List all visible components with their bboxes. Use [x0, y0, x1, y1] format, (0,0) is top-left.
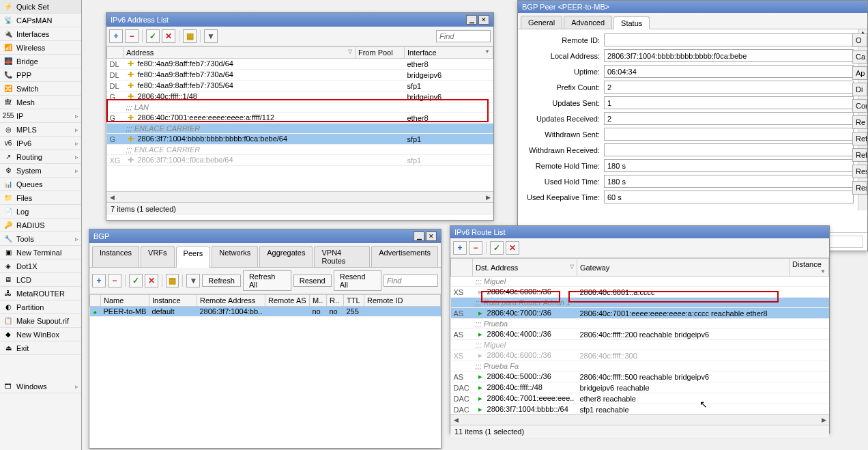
sidebar-item-mesh[interactable]: 🕸Mesh	[0, 96, 81, 109]
field-value[interactable]	[604, 96, 854, 109]
titlebar[interactable]: BGP ▁ ✕	[89, 229, 441, 243]
action-button[interactable]: Ref	[852, 132, 867, 145]
sidebar-item-switch[interactable]: 🔀Switch	[0, 82, 81, 96]
field-value[interactable]	[604, 175, 854, 188]
table-row[interactable]: ;;; Miguel	[451, 277, 829, 287]
col-header[interactable]: TTL	[343, 295, 364, 307]
table-row[interactable]: DAC▸ 2806:40c:ffff::/48bridgeipv6 reacha…	[451, 382, 829, 393]
refresh-all-button[interactable]: Refresh All	[243, 270, 291, 291]
action-button[interactable]: Ca	[852, 50, 867, 64]
tab-general[interactable]: General	[521, 16, 562, 29]
enable-button[interactable]: ✓	[146, 29, 160, 43]
close-button[interactable]: ✕	[478, 15, 489, 25]
action-button[interactable]: Re	[852, 115, 867, 129]
sidebar-item-partition[interactable]: ◐Partition	[0, 300, 81, 314]
sidebar-item-dot1x[interactable]: ◈Dot1X	[0, 259, 81, 273]
col-flag[interactable]	[451, 259, 473, 277]
sidebar-item-bridge[interactable]: 🌉Bridge	[0, 55, 81, 68]
field-value[interactable]	[604, 191, 854, 203]
sidebar-item-interfaces[interactable]: 🔌Interfaces	[0, 27, 81, 41]
sidebar-item-capsman[interactable]: 📡CAPsMAN	[0, 14, 81, 27]
table-row[interactable]: ;;; Prueba	[451, 319, 829, 329]
col-interface[interactable]: Interface▼	[404, 47, 493, 59]
action-button[interactable]: Refre	[852, 148, 867, 162]
titlebar[interactable]: IPv6 Address List ▁ ✕	[106, 13, 493, 27]
tab-vpn4 routes[interactable]: VPN4 Routes	[314, 246, 370, 267]
scroll-right-icon[interactable]: ▶	[482, 194, 493, 201]
enable-button[interactable]: ✓	[129, 274, 143, 287]
sidebar-item-routing[interactable]: ↗Routing▹	[0, 150, 81, 164]
close-button[interactable]: ✕	[426, 231, 437, 241]
minimize-button[interactable]: ▁	[466, 15, 477, 25]
table-row[interactable]: DAC▸ 2806:3f7:1004:bbbb::/64sfp1 reachab…	[451, 404, 829, 414]
find-input[interactable]	[384, 275, 438, 287]
col-distance[interactable]: Distance▼	[790, 259, 829, 277]
sidebar-item-mpls[interactable]: ◎MPLS▹	[0, 123, 81, 137]
table-row[interactable]: ;;; Prueba Fa	[451, 361, 829, 371]
remove-button[interactable]: −	[125, 29, 139, 43]
table-row[interactable]: AS▸ 2806:40c:4000::/362806:40c:ffff::200…	[451, 329, 829, 340]
col-flag[interactable]	[107, 47, 124, 59]
resend-all-button[interactable]: Resend All	[334, 270, 381, 291]
scroll-left-icon[interactable]: ◀	[450, 417, 461, 423]
sidebar-item-new-winbox[interactable]: ◆New WinBox	[0, 328, 81, 341]
tab-networks[interactable]: Networks	[212, 246, 258, 267]
col-address[interactable]: Address▽	[123, 47, 355, 59]
action-button[interactable]: Di	[852, 83, 867, 96]
scroll-left-icon[interactable]: ◀	[106, 194, 117, 201]
add-button[interactable]: +	[109, 29, 123, 43]
sidebar-item-ip[interactable]: 255IP▹	[0, 109, 81, 123]
sidebar-item-lcd[interactable]: 🖥LCD	[0, 273, 81, 287]
titlebar[interactable]: IPv6 Route List	[450, 226, 829, 238]
table-row[interactable]: ;;; LAN	[107, 102, 493, 113]
table-row[interactable]: XG✚ 2806:3f7:1004::f0ca:bebe/64sfp1	[107, 155, 493, 166]
sidebar-item-ipv6[interactable]: v6IPv6▹	[0, 137, 81, 150]
field-value[interactable]	[604, 33, 854, 46]
add-button[interactable]: +	[92, 274, 106, 287]
tab-advanced[interactable]: Advanced	[564, 16, 612, 29]
add-button[interactable]: +	[453, 241, 467, 255]
comment-button[interactable]: ▦	[183, 29, 197, 43]
table-row[interactable]: ⬥ PEER-to-MB default 2806:3f7:1004:bb.. …	[90, 307, 441, 317]
table-row[interactable]: ;;; ENLACE CARRIER	[107, 124, 493, 134]
sidebar-item-system[interactable]: ⚙System▹	[0, 164, 81, 178]
tab-peers[interactable]: Peers	[176, 247, 211, 268]
col-header[interactable]: Remote AS	[265, 295, 309, 307]
table-row[interactable]: ;;; Miguel	[451, 340, 829, 350]
field-value[interactable]	[604, 112, 854, 125]
sidebar-item-tools[interactable]: 🔧Tools▹	[0, 232, 81, 246]
filter-button[interactable]: ▼	[186, 274, 200, 287]
action-button[interactable]: Ap	[852, 66, 867, 80]
table-row[interactable]: DAC▸ 2806:40c:7001:eeee:eee..ether8 reac…	[451, 393, 829, 404]
remove-button[interactable]: −	[108, 274, 121, 287]
table-row[interactable]: ;;; ENLACE CARRIER	[107, 145, 493, 155]
sidebar-item-exit[interactable]: ⏏Exit	[0, 341, 81, 355]
field-value[interactable]	[604, 49, 854, 62]
col-header[interactable]: Name	[101, 295, 149, 307]
col-gateway[interactable]: Gateway	[577, 259, 789, 277]
scroll-right-icon[interactable]: ▶	[818, 417, 829, 423]
filter-button[interactable]: ▼	[204, 29, 218, 43]
field-value[interactable]	[604, 143, 854, 156]
col-header[interactable]: R..	[326, 295, 343, 307]
disable-button[interactable]: ✕	[145, 274, 158, 287]
sidebar-item-quick-set[interactable]: ⚡Quick Set	[0, 0, 81, 14]
sidebar-item-files[interactable]: 📁Files	[0, 191, 81, 205]
col-header[interactable]: M..	[309, 295, 326, 307]
table-row[interactable]: XS▸ 2806:40c:6000::/362806:40c:6001::a:c…	[451, 287, 829, 298]
table-row[interactable]: G✚ 2806:40c:ffff::1/48bridgeipv6	[107, 92, 493, 102]
table-row[interactable]: AS▸ 2806:40c:5000::/362806:40c:ffff::500…	[451, 371, 829, 382]
col-header[interactable]: Instance	[149, 295, 197, 307]
field-value[interactable]	[604, 65, 854, 78]
table-row[interactable]: G✚ 2806:40c:7001:eeee:eeee:eeee:a:ffff/1…	[107, 113, 493, 124]
sidebar-item-radius[interactable]: 🔑RADIUS	[0, 219, 81, 232]
action-button[interactable]: O	[852, 33, 867, 47]
sidebar-item-new-terminal[interactable]: ▣New Terminal	[0, 246, 81, 259]
col-header[interactable]: Remote ID	[364, 295, 440, 307]
sidebar-item-log[interactable]: 📄Log	[0, 205, 81, 219]
tab-status[interactable]: Status	[613, 16, 650, 29]
refresh-button[interactable]: Refresh	[202, 275, 241, 287]
find-input[interactable]	[436, 30, 491, 42]
col-from-pool[interactable]: From Pool	[355, 47, 404, 59]
sidebar-windows[interactable]: 🗔 Windows ▹	[0, 380, 81, 393]
